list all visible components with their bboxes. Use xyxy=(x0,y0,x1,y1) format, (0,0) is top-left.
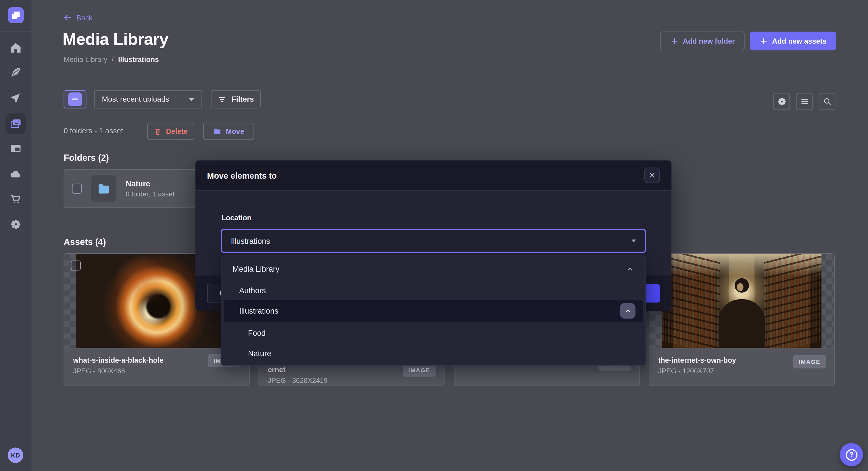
add-folder-label: Add new folder xyxy=(683,37,735,45)
strapi-logo-icon xyxy=(12,11,20,19)
collapse-illustrations-button[interactable] xyxy=(620,303,636,318)
modal-title: Move elements to xyxy=(207,171,277,180)
sidebar-item-releases[interactable] xyxy=(0,88,32,108)
back-link[interactable]: Back xyxy=(63,13,93,22)
delete-label: Delete xyxy=(166,127,188,136)
gear-icon xyxy=(9,218,22,230)
filters-label: Filters xyxy=(232,95,254,103)
location-label: Location xyxy=(221,213,251,222)
add-new-folder-button[interactable]: Add new folder xyxy=(660,32,745,50)
folder-checkbox[interactable] xyxy=(72,183,82,194)
breadcrumb-root[interactable]: Media Library xyxy=(64,56,107,64)
cloud-icon xyxy=(9,167,22,180)
cart-icon xyxy=(9,192,22,205)
chevron-down-icon xyxy=(632,239,636,242)
asset-thumbnail xyxy=(649,254,834,348)
filter-icon xyxy=(218,95,226,104)
selection-summary: 0 folders - 1 asset xyxy=(64,127,123,135)
location-value: Illustrations xyxy=(231,236,270,245)
asset-meta: JPEG - 800X466 xyxy=(73,367,240,375)
sidebar-item-content-manager[interactable] xyxy=(0,63,32,82)
question-icon: ? xyxy=(845,449,857,460)
asset-info: the-internet-s-own-boy JPEG - 1200X707 I… xyxy=(649,348,834,386)
folder-name: Nature xyxy=(126,179,175,188)
back-label: Back xyxy=(76,13,93,22)
asset-meta: JPEG - 1200X707 xyxy=(658,367,826,375)
back-arrow-icon xyxy=(63,13,72,22)
sidebar-item-settings[interactable] xyxy=(0,214,32,234)
tree-item-food[interactable]: Food xyxy=(248,329,266,337)
sidebar-item-deploy[interactable] xyxy=(0,164,32,183)
folder-icon xyxy=(213,127,221,136)
folder-meta: 0 folder, 1 asset xyxy=(126,191,175,198)
tree-item-nature[interactable]: Nature xyxy=(248,349,271,358)
asset-card[interactable]: the-internet-s-own-boy JPEG - 1200X707 I… xyxy=(649,253,835,386)
sidebar-divider-top xyxy=(0,31,32,32)
asset-type-badge: IMAGE xyxy=(793,355,826,368)
sort-value: Most recent uploads xyxy=(102,95,169,103)
tree-item-authors[interactable]: Authors xyxy=(239,286,266,295)
folder-icon xyxy=(97,182,111,196)
search-icon xyxy=(822,97,832,106)
page-title: Media Library xyxy=(63,30,168,48)
send-icon xyxy=(9,92,22,104)
tree-item-media-library[interactable]: Media Library xyxy=(232,265,279,273)
user-avatar[interactable]: KD xyxy=(8,447,23,463)
filters-button[interactable]: Filters xyxy=(211,90,261,108)
chevron-up-icon xyxy=(624,307,631,314)
feather-icon xyxy=(9,66,22,79)
folder-tree-dropdown: Media Library Authors Illustrations Food… xyxy=(221,256,646,366)
asset-checkbox[interactable] xyxy=(71,261,81,271)
sidebar-item-media-library[interactable] xyxy=(5,113,26,134)
sidebar-item-home[interactable] xyxy=(0,38,32,58)
delete-button[interactable]: Delete xyxy=(147,123,194,140)
tree-item-label: Illustrations xyxy=(239,306,278,315)
app-sidebar: KD xyxy=(0,0,32,471)
settings-icon-button[interactable] xyxy=(773,93,790,110)
folders-heading: Folders (2) xyxy=(64,154,109,163)
media-library-icon xyxy=(9,117,22,130)
view-toggle-button[interactable] xyxy=(64,90,86,108)
plus-icon xyxy=(760,37,768,45)
grid-view-icon xyxy=(68,93,82,106)
library-image xyxy=(662,254,822,348)
sidebar-divider-bottom xyxy=(0,440,32,440)
close-icon xyxy=(649,172,655,179)
search-button[interactable] xyxy=(819,93,836,110)
chevron-down-icon xyxy=(189,98,194,101)
move-label: Move xyxy=(226,127,244,136)
media-library-page: KD Back Media Library Media Library / Il… xyxy=(0,0,868,471)
modal-close-button[interactable] xyxy=(644,168,660,183)
chevron-up-icon[interactable] xyxy=(626,265,634,273)
sidebar-item-marketplace[interactable] xyxy=(0,189,32,208)
strapi-logo[interactable] xyxy=(8,7,24,23)
add-assets-label: Add new assets xyxy=(772,37,827,45)
plus-icon xyxy=(670,37,679,45)
sort-select[interactable]: Most recent uploads xyxy=(94,90,202,108)
breadcrumb: Media Library / Illustrations xyxy=(64,56,159,64)
breadcrumb-separator: / xyxy=(112,56,114,64)
sidebar-item-content-type-builder[interactable] xyxy=(0,138,32,158)
avatar-initials: KD xyxy=(11,452,20,459)
folder-icon-tile xyxy=(91,175,116,202)
asset-meta: JPEG - 3628X2419 xyxy=(268,377,435,384)
gear-icon xyxy=(776,96,787,107)
trash-icon xyxy=(154,128,161,135)
add-new-assets-button[interactable]: Add new assets xyxy=(750,32,836,50)
assets-heading: Assets (4) xyxy=(64,237,106,247)
help-button[interactable]: ? xyxy=(840,443,863,466)
help-label: ? xyxy=(849,451,853,459)
location-select[interactable]: Illustrations xyxy=(221,229,646,253)
layout-icon xyxy=(9,142,22,155)
breadcrumb-current: Illustrations xyxy=(118,56,159,64)
move-button[interactable]: Move xyxy=(203,123,254,140)
tree-item-illustrations[interactable]: Illustrations xyxy=(224,300,643,322)
modal-header: Move elements to xyxy=(195,161,672,191)
list-view-button[interactable] xyxy=(796,93,813,110)
home-icon xyxy=(9,41,22,54)
list-icon xyxy=(800,97,809,106)
